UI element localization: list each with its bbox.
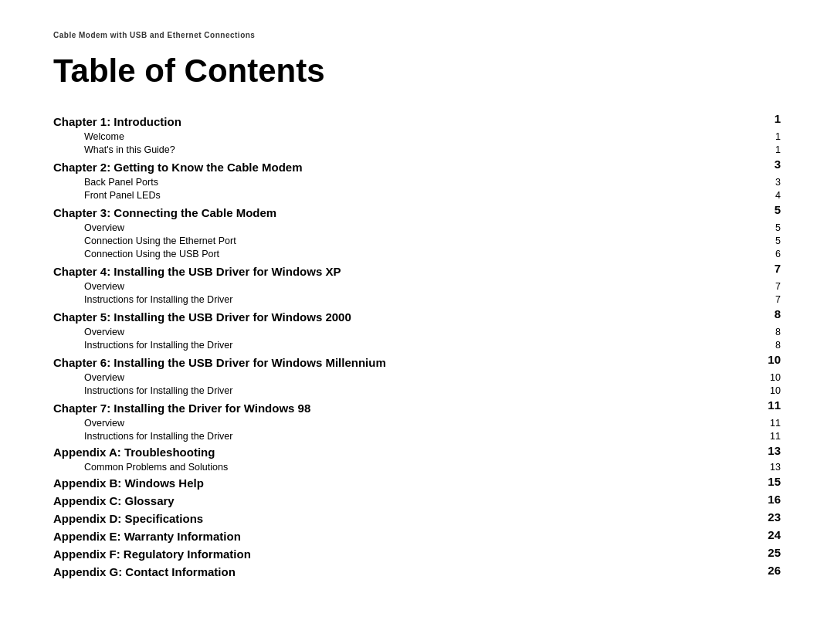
toc-row: Appendix G: Contact Information26 [53, 562, 781, 580]
toc-label: Instructions for Installing the Driver [53, 384, 754, 397]
toc-label: Welcome [53, 130, 754, 143]
toc-page: 7 [754, 280, 781, 293]
toc-row: Instructions for Installing the Driver10 [53, 384, 781, 397]
toc-row: Chapter 6: Installing the USB Driver for… [53, 351, 781, 371]
toc-label: Appendix A: Troubleshooting [53, 442, 754, 460]
toc-page: 26 [754, 562, 781, 580]
toc-row: Appendix C: Glossary16 [53, 491, 781, 509]
toc-page: 7 [754, 293, 781, 306]
toc-page: 11 [754, 397, 781, 416]
toc-row: Appendix B: Windows Help15 [53, 473, 781, 491]
toc-label: Instructions for Installing the Driver [53, 429, 754, 442]
toc-row: Overview10 [53, 371, 781, 384]
toc-label: Appendix F: Regulatory Information [53, 544, 754, 562]
toc-row: Overview5 [53, 221, 781, 234]
toc-row: Connection Using the Ethernet Port5 [53, 234, 781, 247]
toc-label: Connection Using the USB Port [53, 247, 754, 260]
toc-row: Chapter 7: Installing the Driver for Win… [53, 397, 781, 416]
toc-label: Chapter 6: Installing the USB Driver for… [53, 351, 754, 371]
toc-page: 5 [754, 221, 781, 234]
toc-page: 24 [754, 527, 781, 544]
toc-label: Appendix B: Windows Help [53, 473, 754, 491]
toc-label: Front Panel LEDs [53, 188, 754, 202]
toc-row: Overview7 [53, 280, 781, 293]
toc-row: What's in this Guide?1 [53, 143, 781, 156]
toc-row: Overview11 [53, 416, 781, 429]
toc-row: Front Panel LEDs4 [53, 188, 781, 202]
toc-row: Overview8 [53, 325, 781, 338]
toc-label: Overview [53, 280, 754, 293]
toc-label: Appendix D: Specifications [53, 509, 754, 527]
toc-page: 3 [754, 156, 781, 175]
toc-page: 11 [754, 429, 781, 442]
toc-row: Instructions for Installing the Driver7 [53, 293, 781, 306]
toc-page: 10 [754, 384, 781, 397]
toc-row: Chapter 2: Getting to Know the Cable Mod… [53, 156, 781, 175]
toc-label: Chapter 2: Getting to Know the Cable Mod… [53, 156, 754, 175]
toc-page: 23 [754, 509, 781, 527]
toc-row: Connection Using the USB Port6 [53, 247, 781, 260]
toc-page: 10 [754, 371, 781, 384]
toc-page: 15 [754, 473, 781, 491]
toc-row: Chapter 5: Installing the USB Driver for… [53, 306, 781, 325]
doc-subtitle: Cable Modem with USB and Ethernet Connec… [53, 31, 781, 39]
toc-page: 11 [754, 416, 781, 429]
toc-label: Overview [53, 221, 754, 234]
toc-label: Chapter 3: Connecting the Cable Modem [53, 202, 754, 221]
toc-label: Instructions for Installing the Driver [53, 338, 754, 351]
toc-row: Appendix E: Warranty Information24 [53, 527, 781, 544]
toc-row: Chapter 1: Introduction1 [53, 110, 781, 130]
toc-page: 4 [754, 188, 781, 202]
toc-row: Instructions for Installing the Driver11 [53, 429, 781, 442]
toc-page: 13 [754, 460, 781, 473]
toc-page: 1 [754, 143, 781, 156]
toc-page: 5 [754, 202, 781, 221]
toc-page: 16 [754, 491, 781, 509]
toc-page: 5 [754, 234, 781, 247]
toc-page: 8 [754, 325, 781, 338]
toc-row: Common Problems and Solutions13 [53, 460, 781, 473]
toc-label: Overview [53, 371, 754, 384]
toc-row: Appendix F: Regulatory Information25 [53, 544, 781, 562]
toc-row: Appendix D: Specifications23 [53, 509, 781, 527]
toc-label: Appendix C: Glossary [53, 491, 754, 509]
toc-table: Chapter 1: Introduction1Welcome1What's i… [53, 110, 781, 580]
toc-label: Connection Using the Ethernet Port [53, 234, 754, 247]
toc-page: 3 [754, 175, 781, 188]
toc-page: 10 [754, 351, 781, 371]
toc-label: Appendix E: Warranty Information [53, 527, 754, 544]
toc-label: Overview [53, 325, 754, 338]
toc-label: Back Panel Ports [53, 175, 754, 188]
toc-page: 13 [754, 442, 781, 460]
toc-label: Common Problems and Solutions [53, 460, 754, 473]
toc-label: Instructions for Installing the Driver [53, 293, 754, 306]
toc-label: Appendix G: Contact Information [53, 562, 754, 580]
toc-row: Back Panel Ports3 [53, 175, 781, 188]
toc-row: Appendix A: Troubleshooting13 [53, 442, 781, 460]
toc-page: 1 [754, 110, 781, 130]
toc-label: Chapter 5: Installing the USB Driver for… [53, 306, 754, 325]
toc-page: 6 [754, 247, 781, 260]
toc-label: Chapter 4: Installing the USB Driver for… [53, 260, 754, 280]
toc-page: 8 [754, 306, 781, 325]
toc-page: 8 [754, 338, 781, 351]
toc-row: Chapter 4: Installing the USB Driver for… [53, 260, 781, 280]
toc-row: Instructions for Installing the Driver8 [53, 338, 781, 351]
toc-page: 1 [754, 130, 781, 143]
toc-label: Overview [53, 416, 754, 429]
toc-label: Chapter 1: Introduction [53, 110, 754, 130]
toc-title: Table of Contents [53, 53, 781, 89]
toc-row: Welcome1 [53, 130, 781, 143]
toc-row: Chapter 3: Connecting the Cable Modem5 [53, 202, 781, 221]
toc-page: 25 [754, 544, 781, 562]
toc-label: Chapter 7: Installing the Driver for Win… [53, 397, 754, 416]
toc-label: What's in this Guide? [53, 143, 754, 156]
toc-page: 7 [754, 260, 781, 280]
